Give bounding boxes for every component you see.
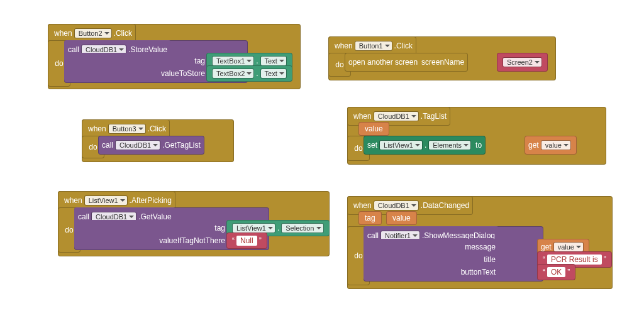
- textbox2-text[interactable]: TextBox2 . Text: [206, 65, 292, 82]
- quote-close: ”: [602, 255, 608, 264]
- when-label: when: [353, 201, 372, 210]
- open-label: open another screen: [348, 58, 418, 67]
- do-text: do: [89, 143, 97, 151]
- message-label: message: [465, 243, 496, 251]
- quote-open: “: [230, 236, 236, 245]
- call-label: call: [102, 141, 113, 150]
- when-label: when: [64, 196, 82, 205]
- canvas: when Button2 .Click do call CloudDB1 .St…: [0, 0, 644, 323]
- when-label: when: [353, 112, 372, 121]
- taglist-label: .TagList: [421, 112, 447, 121]
- tag-label: tag: [214, 224, 225, 233]
- click-label: .Click: [148, 124, 166, 133]
- get-label: get: [541, 243, 552, 251]
- var-value-decl-6[interactable]: value: [386, 211, 417, 225]
- title-label: title: [484, 255, 496, 264]
- do-text: do: [65, 226, 73, 234]
- screen2-value[interactable]: Screen2: [497, 53, 548, 72]
- ok-text: OK: [547, 267, 565, 277]
- click-label: .Click: [114, 29, 132, 38]
- getvar-dropdown[interactable]: value: [541, 141, 570, 150]
- when-label: when: [88, 124, 106, 133]
- title-text: PCR Result is: [547, 255, 602, 265]
- null-value[interactable]: “ Null ”: [226, 233, 267, 249]
- buttontext-slot: buttonText: [364, 264, 499, 280]
- vts-label: valueToStore: [161, 69, 205, 78]
- var-value-decl[interactable]: value: [358, 122, 389, 136]
- clouddb-dropdown-6[interactable]: CloudDB1: [374, 201, 418, 210]
- screenname-label: screenName: [421, 58, 464, 67]
- datachanged-label: .DataChanged: [421, 201, 469, 210]
- get-value[interactable]: get value: [525, 136, 577, 155]
- vint-label: valueIfTagNotThere: [159, 236, 225, 245]
- open-screen[interactable]: open another screen screenName: [345, 53, 468, 72]
- vts-slot: valueToStore: [64, 65, 209, 82]
- listview-dropdown-5b[interactable]: ListView1: [233, 224, 275, 233]
- set-listview-elements[interactable]: set ListView1 . Elements to: [364, 136, 486, 155]
- afterpicking-label: .AfterPicking: [130, 196, 172, 205]
- to-label: to: [475, 141, 482, 150]
- clouddb-dropdown-3[interactable]: CloudDB1: [116, 141, 160, 150]
- listview-dropdown[interactable]: ListView1: [380, 141, 422, 150]
- click-label: .Click: [394, 41, 413, 50]
- quote-close: ”: [257, 236, 264, 245]
- set-label: set: [367, 141, 377, 150]
- when-label: when: [335, 41, 353, 50]
- call-gettaglist[interactable]: call CloudDB1 .GetTagList: [98, 136, 204, 155]
- null-text: Null: [236, 236, 257, 246]
- value-var-label: value: [365, 124, 383, 133]
- button3-dropdown[interactable]: Button3: [109, 124, 145, 133]
- screen-dropdown[interactable]: Screen2: [503, 58, 541, 67]
- elements-dropdown[interactable]: Elements: [429, 141, 470, 150]
- getvar-dropdown-6[interactable]: value: [554, 243, 583, 251]
- gettaglist-label: .GetTagList: [162, 141, 201, 150]
- do-text: do: [55, 59, 63, 68]
- var-tag-decl[interactable]: tag: [358, 211, 382, 225]
- do-text: do: [335, 60, 343, 69]
- listview-dropdown-5[interactable]: ListView1: [85, 196, 127, 205]
- quote-open: “: [541, 268, 547, 276]
- clouddb-dropdown-4[interactable]: CloudDB1: [374, 112, 418, 121]
- tag-label: tag: [194, 57, 205, 65]
- do-text: do: [354, 144, 362, 153]
- textbox2-dropdown[interactable]: TextBox2: [213, 69, 253, 78]
- ok-text-value[interactable]: “ OK ”: [537, 264, 575, 280]
- dot-label-2: .: [256, 69, 258, 78]
- buttontext-label: buttonText: [461, 268, 496, 276]
- textbox1-dropdown[interactable]: TextBox1: [213, 57, 253, 65]
- quote-close: ”: [565, 268, 572, 276]
- dot-label: .: [277, 224, 279, 233]
- button1-dropdown[interactable]: Button1: [355, 41, 392, 50]
- text-dropdown-1[interactable]: Text: [261, 57, 286, 65]
- quote-open: “: [541, 255, 547, 264]
- value-var-label: value: [392, 214, 411, 222]
- when-label: when: [54, 29, 72, 38]
- dot-label: .: [425, 141, 426, 150]
- vint-slot: valueIfTagNotThere: [74, 233, 229, 249]
- button2-dropdown[interactable]: Button2: [75, 29, 111, 38]
- dot-label: .: [256, 57, 258, 65]
- do-text: do: [354, 251, 362, 260]
- tag-var-label: tag: [365, 214, 375, 222]
- selection-dropdown[interactable]: Selection: [282, 224, 323, 233]
- get-label: get: [528, 141, 539, 150]
- text-dropdown-2[interactable]: Text: [261, 69, 286, 78]
